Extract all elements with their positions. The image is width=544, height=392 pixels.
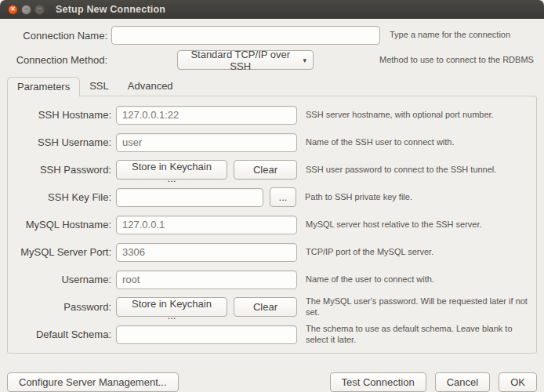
connection-method-value: Standard TCP/IP over SSH bbox=[184, 49, 296, 72]
ssh-hostname-input[interactable] bbox=[116, 106, 297, 125]
mysql-hostname-label: MySQL Hostname: bbox=[8, 219, 111, 230]
ssh-key-file-label: SSH Key File: bbox=[8, 191, 111, 203]
titlebar: ✕ − ▢ Setup New Connection bbox=[0, 0, 544, 19]
ssh-password-label: SSH Password: bbox=[8, 164, 111, 176]
connection-name-row: Connection Name: Type a name for the con… bbox=[7, 26, 537, 45]
ssh-key-file-row: SSH Key File: ... Path to SSH private ke… bbox=[8, 183, 531, 211]
tab-parameters[interactable]: Parameters bbox=[7, 77, 80, 96]
close-icon[interactable]: ✕ bbox=[8, 5, 18, 15]
ssh-username-row: SSH Username: Name of the SSH user to co… bbox=[8, 129, 531, 156]
mysql-server-port-row: MySQL Server Port: TCP/IP port of the My… bbox=[8, 238, 531, 266]
connection-method-label: Connection Method: bbox=[7, 54, 107, 66]
mysql-hostname-row: MySQL Hostname: MySQL server host relati… bbox=[8, 211, 531, 238]
configure-server-management-button[interactable]: Configure Server Management... bbox=[7, 372, 179, 392]
caret-down-icon: ▾ bbox=[303, 56, 306, 64]
ssh-key-file-hint: Path to SSH private key file. bbox=[305, 192, 531, 203]
tab-bar: Parameters SSL Advanced bbox=[7, 77, 537, 96]
password-buttons: Store in Keychain ... Clear bbox=[116, 297, 297, 317]
ok-button[interactable]: OK bbox=[499, 372, 537, 392]
connection-name-input[interactable] bbox=[111, 26, 380, 45]
username-hint: Name of the user to connect with. bbox=[306, 274, 531, 285]
window-title: Setup New Connection bbox=[56, 4, 165, 15]
ssh-password-buttons: Store in Keychain ... Clear bbox=[116, 160, 297, 180]
default-schema-hint: The schema to use as default schema. Lea… bbox=[306, 324, 531, 346]
ssh-hostname-row: SSH Hostname: SSH server hostname, with … bbox=[8, 101, 531, 129]
mysql-server-port-label: MySQL Server Port: bbox=[8, 246, 111, 258]
ssh-username-label: SSH Username: bbox=[8, 136, 111, 148]
password-store-keychain-button[interactable]: Store in Keychain ... bbox=[116, 297, 227, 317]
tab-ssl[interactable]: SSL bbox=[80, 77, 118, 96]
mysql-server-port-input[interactable] bbox=[116, 243, 297, 262]
mysql-hostname-hint: MySQL server host relative to the SSH se… bbox=[306, 220, 531, 230]
connection-method-row: Connection Method: Standard TCP/IP over … bbox=[7, 50, 537, 70]
test-connection-button[interactable]: Test Connection bbox=[330, 372, 426, 392]
ssh-username-hint: Name of the SSH user to connect with. bbox=[306, 137, 531, 148]
password-row: Password: Store in Keychain ... Clear Th… bbox=[8, 293, 531, 321]
password-clear-button[interactable]: Clear bbox=[234, 297, 297, 317]
tab-advanced[interactable]: Advanced bbox=[118, 77, 183, 96]
connection-name-hint: Type a name for the connection bbox=[390, 30, 510, 41]
setup-new-connection-dialog: ✕ − ▢ Setup New Connection Connection Na… bbox=[0, 0, 544, 392]
default-schema-label: Default Schema: bbox=[8, 328, 111, 340]
password-label: Password: bbox=[8, 301, 111, 313]
ssh-password-clear-button[interactable]: Clear bbox=[234, 160, 297, 180]
footer-action-buttons: Test Connection Cancel OK bbox=[330, 372, 538, 392]
mysql-hostname-input[interactable] bbox=[116, 216, 297, 234]
ssh-password-store-keychain-button[interactable]: Store in Keychain ... bbox=[116, 160, 227, 180]
connection-name-label: Connection Name: bbox=[7, 30, 107, 42]
default-schema-row: Default Schema: The schema to use as def… bbox=[8, 321, 531, 348]
username-row: Username: Name of the user to connect wi… bbox=[8, 266, 531, 293]
ssh-hostname-hint: SSH server hostname, with optional port … bbox=[306, 110, 531, 121]
ssh-password-hint: SSH user password to connect to the SSH … bbox=[306, 165, 531, 176]
username-label: Username: bbox=[8, 274, 111, 285]
dialog-content: Connection Name: Type a name for the con… bbox=[0, 19, 544, 392]
password-hint: The MySQL user's password. Will be reque… bbox=[306, 296, 531, 318]
default-schema-input[interactable] bbox=[116, 325, 297, 344]
connection-method-hint: Method to use to connect to the RDBMS bbox=[379, 55, 534, 66]
connection-method-dropdown[interactable]: Standard TCP/IP over SSH ▾ bbox=[177, 50, 314, 70]
ssh-key-file-browse-button[interactable]: ... bbox=[270, 187, 296, 207]
ssh-key-file-input[interactable] bbox=[116, 188, 263, 207]
ssh-password-row: SSH Password: Store in Keychain ... Clea… bbox=[8, 156, 531, 183]
parameters-panel: SSH Hostname: SSH server hostname, with … bbox=[7, 96, 537, 354]
maximize-icon[interactable]: ▢ bbox=[34, 5, 45, 15]
mysql-server-port-hint: TCP/IP port of the MySQL server. bbox=[306, 247, 531, 258]
ssh-hostname-label: SSH Hostname: bbox=[8, 109, 111, 121]
cancel-button[interactable]: Cancel bbox=[435, 372, 490, 392]
username-input[interactable] bbox=[116, 270, 297, 289]
dialog-footer: Configure Server Management... Test Conn… bbox=[7, 372, 537, 392]
ssh-username-input[interactable] bbox=[116, 133, 297, 152]
minimize-icon[interactable]: − bbox=[21, 5, 31, 15]
